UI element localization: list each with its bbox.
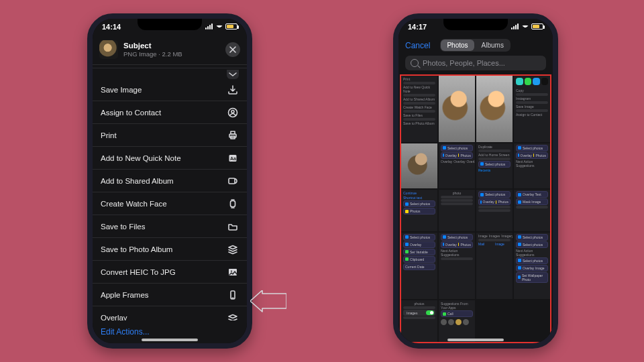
screen-right: 14:17 Cancel Photos Albums Photos, Peopl… — [398, 19, 553, 343]
album-segmented-control[interactable]: Photos Albums — [440, 39, 511, 52]
screenshot-thumb[interactable]: Duplicate Add to Home Screen Select phot… — [476, 143, 513, 189]
notch — [443, 19, 508, 30]
action-label: Convert HEIC To JPG — [101, 268, 176, 276]
search-input[interactable]: Photos, People, Places... — [405, 56, 546, 70]
side-button — [557, 99, 558, 136]
screen-left: 14:14 Subject PNG Image · 2.2 MB — [93, 19, 247, 343]
mute-switch — [393, 82, 394, 97]
action-shared-album[interactable]: Add to Shared Album — [93, 170, 247, 192]
wifi-icon — [521, 25, 529, 30]
collapsed-section[interactable] — [93, 68, 247, 78]
status-icons — [205, 23, 237, 29]
photo-grid[interactable]: Print Add to New Quick Note Add to Share… — [401, 76, 550, 342]
phone-icon — [227, 290, 239, 300]
mute-switch — [87, 82, 88, 97]
status-time: 14:17 — [408, 23, 427, 31]
download-icon — [227, 84, 239, 95]
action-overlay[interactable]: Overlay — [93, 306, 247, 320]
picker-header: Cancel Photos Albums — [398, 38, 553, 56]
screenshot-thumb[interactable]: Select photos Overlay Set Variable Clipb… — [401, 233, 437, 300]
volume-up — [87, 106, 88, 129]
action-quick-note[interactable]: Add to New Quick Note Aa — [93, 147, 247, 170]
action-label: Overlay — [101, 314, 127, 321]
action-list[interactable]: Save Image Assign to Contact Print Add t… — [93, 78, 247, 320]
screenshot-thumb[interactable]: Select photos OverlayPhotos Next Action … — [514, 143, 550, 189]
action-apple-frames[interactable]: Apple Frames — [93, 284, 247, 306]
cancel-button[interactable]: Cancel — [405, 41, 430, 50]
svg-rect-7 — [229, 178, 235, 184]
screenshot-thumb[interactable]: ImageImagesImagery MailImage — [476, 233, 513, 300]
status-time: 14:14 — [102, 23, 121, 31]
search-icon — [411, 59, 419, 67]
volume-up — [393, 106, 394, 129]
screenshot-thumb[interactable]: Select photos OverlayPhotos OverlayOverl… — [439, 143, 475, 189]
action-label: Create Watch Face — [101, 200, 167, 208]
tab-albums[interactable]: Albums — [475, 39, 511, 52]
signal-icon — [511, 23, 519, 29]
shared-album-icon — [227, 176, 239, 186]
home-indicator — [142, 339, 198, 341]
share-sheet-header: Subject PNG Image · 2.2 MB — [93, 38, 247, 65]
screenshot-thumb[interactable]: Overlay Text Mask Image — [514, 190, 550, 231]
side-button — [252, 99, 252, 136]
preview-thumbnail[interactable] — [99, 40, 118, 59]
folder-icon — [227, 221, 239, 232]
stack-icon — [227, 244, 239, 255]
screenshot-thumb[interactable]: Select photos OverlayPhotos Next Action … — [439, 233, 475, 300]
close-button[interactable] — [225, 42, 240, 57]
action-print[interactable]: Print — [93, 124, 247, 147]
dog-photo-thumb[interactable] — [439, 76, 475, 142]
screenshot-thumb[interactable]: Copy Instagram Save Image Assign to Cont… — [514, 76, 550, 142]
action-label: Add to New Quick Note — [101, 154, 181, 162]
svg-rect-8 — [231, 200, 235, 206]
watch-icon — [227, 198, 239, 209]
action-watch-face[interactable]: Create Watch Face — [93, 192, 247, 215]
contact-icon — [227, 107, 239, 118]
screenshot-thumb[interactable]: Print Add to New Quick Note Add to Share… — [401, 76, 437, 142]
tab-photos[interactable]: Photos — [441, 40, 474, 51]
volume-down — [393, 134, 394, 158]
app-icon — [516, 78, 523, 85]
sheet-subtitle: PNG Image · 2.2 MB — [123, 50, 182, 58]
screenshot-thumb[interactable]: photo — [439, 190, 475, 231]
app-icon — [525, 78, 532, 85]
screenshot-thumb[interactable]: Select photos Select photos Next Action … — [514, 233, 550, 300]
chevron-icon — [227, 70, 239, 79]
dog-photo-thumb[interactable] — [401, 143, 437, 189]
printer-icon — [227, 130, 239, 141]
svg-point-1 — [231, 110, 234, 113]
app-icon — [541, 78, 549, 85]
signal-icon — [205, 23, 213, 29]
svg-text:Aa: Aa — [230, 156, 236, 161]
screenshot-thumb[interactable]: Suggestions From Your Apps Call — [439, 300, 475, 342]
action-save-files[interactable]: Save to Files — [93, 215, 247, 238]
overlay-icon — [227, 312, 239, 321]
screenshot-thumb[interactable]: Select photos OverlayPhotos — [476, 190, 513, 231]
action-label: Print — [101, 131, 117, 139]
quicknote-icon: Aa — [227, 153, 239, 164]
action-assign-contact[interactable]: Assign to Contact — [93, 101, 247, 124]
svg-rect-3 — [231, 131, 235, 134]
app-icon — [533, 78, 540, 85]
home-indicator — [447, 339, 504, 341]
dog-photo-thumb[interactable] — [476, 76, 513, 142]
phone-frame-right: 14:17 Cancel Photos Albums Photos, Peopl… — [393, 13, 558, 349]
phone-frame-left: 14:14 Subject PNG Image · 2.2 MB — [87, 13, 252, 349]
wifi-icon — [215, 25, 223, 30]
action-label: Save to Photo Album — [101, 245, 172, 253]
photo-grid-highlight: Print Add to New Quick Note Add to Share… — [400, 74, 551, 343]
screenshot-thumb[interactable]: photos Images — [401, 300, 437, 342]
toggle-switch[interactable] — [426, 310, 434, 315]
image-icon — [227, 267, 239, 278]
svg-point-10 — [231, 270, 232, 272]
action-convert-heic[interactable]: Convert HEIC To JPG — [93, 261, 247, 284]
screenshot-thumb[interactable]: Continue Shortcut text Select photos Pho… — [401, 190, 437, 231]
volume-down — [87, 134, 88, 158]
battery-icon — [225, 23, 237, 29]
action-save-photo-album[interactable]: Save to Photo Album — [93, 238, 247, 261]
close-icon — [227, 44, 238, 55]
arrow-annotation — [250, 290, 286, 312]
action-label: Save Image — [101, 86, 142, 94]
action-save-image[interactable]: Save Image — [93, 78, 247, 101]
notch — [138, 19, 202, 30]
